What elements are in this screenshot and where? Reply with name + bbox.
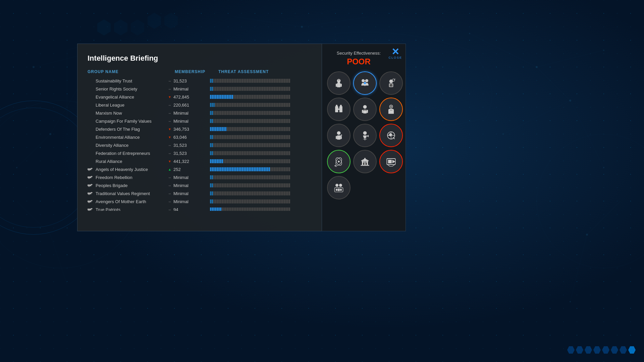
gun-icon <box>88 207 93 211</box>
group-name-cell: Campaign For Family Values <box>77 118 165 124</box>
threat-segment <box>265 95 267 99</box>
threat-segment <box>215 135 216 139</box>
threat-segment <box>252 119 253 123</box>
threat-segment <box>279 103 280 107</box>
threat-segment <box>222 87 223 91</box>
threat-segment <box>233 199 235 203</box>
threat-segment <box>270 135 272 139</box>
table-row[interactable]: Freedom Rebellion↔Minimal <box>77 173 322 181</box>
table-row[interactable]: Marxism Now↔Minimal <box>77 109 322 117</box>
threat-cell <box>208 102 312 108</box>
table-row[interactable]: Angels of Heavenly Justice▲252 <box>77 165 322 173</box>
threat-segment <box>269 199 270 203</box>
table-row[interactable]: Sustainability Trust↔31,523 <box>77 77 322 85</box>
group-name-cell: Freedom Rebellion <box>77 175 165 180</box>
threat-segment <box>242 191 243 195</box>
threat-segment <box>237 159 238 163</box>
table-row[interactable]: Defenders Of The Flag▼346,753 <box>77 125 322 133</box>
threat-segment <box>217 79 218 83</box>
security-icon-judiciary[interactable] <box>353 150 377 173</box>
threat-segment <box>213 199 215 203</box>
svg-rect-144 <box>340 189 342 191</box>
threat-segment <box>275 167 277 171</box>
security-icon-sabotage[interactable] <box>327 150 351 173</box>
table-row[interactable]: Rural Alliance▼441,322 <box>77 157 322 165</box>
table-row[interactable]: True Patriots↔94 <box>77 205 322 211</box>
svg-point-31 <box>537 134 644 268</box>
table-row[interactable]: Diversity Alliance↔31,523 <box>77 141 322 149</box>
threat-segment <box>260 167 262 171</box>
table-row[interactable]: Liberal League↔220,661 <box>77 101 322 109</box>
membership-value: Minimal <box>173 183 189 188</box>
table-row[interactable]: Senior Rights Society↔Minimal <box>77 85 322 93</box>
threat-segment <box>227 143 228 147</box>
threat-segment <box>269 175 270 179</box>
threat-segment <box>284 167 285 171</box>
membership-value: Minimal <box>173 199 189 204</box>
intelligence-icon: ID <box>359 103 371 115</box>
table-row[interactable]: Environmental Alliance▼63,046 <box>77 133 322 141</box>
security-icon-intelligence[interactable]: ID <box>353 98 377 121</box>
security-icon-infiltrate[interactable] <box>353 124 377 147</box>
threat-segment <box>222 135 223 139</box>
table-row[interactable]: Avengers Of Mother Earth↔Minimal <box>77 197 322 205</box>
security-icon-counter-ops[interactable] <box>379 124 403 147</box>
security-icon-border[interactable] <box>327 98 351 121</box>
threat-segment <box>287 79 288 83</box>
security-icon-media[interactable] <box>379 150 403 173</box>
trend-down-icon: ▼ <box>168 127 171 131</box>
threat-segment <box>280 143 282 147</box>
threat-segment <box>213 183 215 187</box>
threat-segment <box>260 111 262 115</box>
table-row[interactable]: Traditional Values Regiment↔Minimal <box>77 189 322 197</box>
threat-segment <box>217 167 218 171</box>
threat-segment <box>254 103 255 107</box>
threat-segment <box>265 207 267 211</box>
threat-segment <box>255 151 257 155</box>
threat-segment <box>264 207 265 211</box>
threat-segment <box>269 167 270 171</box>
table-row[interactable]: Campaign For Family Values↔Minimal <box>77 117 322 125</box>
police-icon <box>333 77 345 89</box>
security-icon-operations[interactable] <box>327 176 351 199</box>
security-icon-police[interactable] <box>327 71 351 95</box>
threat-segment <box>227 87 228 91</box>
svg-point-21 <box>536 66 538 68</box>
threat-segment <box>259 183 260 187</box>
threat-segment <box>220 175 221 179</box>
threat-segment <box>249 167 250 171</box>
threat-segment <box>240 95 241 99</box>
security-icon-security-person[interactable] <box>379 98 403 121</box>
table-row[interactable]: Federation of Entrepreneurs↔31,523 <box>77 149 322 157</box>
svg-marker-32 <box>97 19 111 36</box>
threat-segment <box>249 199 250 203</box>
table-row[interactable]: Evangelical Alliance▼472,845 <box>77 93 322 101</box>
membership-cell: ↔Minimal <box>165 191 208 196</box>
threat-segment <box>244 95 245 99</box>
threat-segment <box>249 127 250 131</box>
close-button[interactable]: ✕ CLOSE <box>388 47 402 59</box>
threat-segment <box>220 151 221 155</box>
threat-segment <box>213 159 215 163</box>
group-name-cell: Liberal League <box>77 102 165 108</box>
threat-segment <box>277 95 278 99</box>
svg-rect-59 <box>89 210 89 211</box>
group-name-cell: Senior Rights Society <box>77 86 165 92</box>
threat-segment <box>220 207 221 211</box>
group-name-text: Federation of Entrepreneurs <box>96 151 150 156</box>
security-icon-agent[interactable] <box>327 124 351 147</box>
no-icon <box>88 86 93 92</box>
threat-segment <box>265 143 267 147</box>
svg-rect-145 <box>338 189 339 191</box>
security-icon-surveillance[interactable]: CLK <box>379 71 403 95</box>
threat-segment <box>240 175 241 179</box>
table-row[interactable]: Peoples Brigade↔Minimal <box>77 181 322 189</box>
threat-segment <box>215 119 216 123</box>
threat-segment <box>254 143 255 147</box>
threat-segment <box>274 119 275 123</box>
security-icon-target-group[interactable] <box>353 71 377 95</box>
threat-segment <box>250 167 252 171</box>
threat-segment <box>227 111 228 115</box>
threat-segment <box>255 207 257 211</box>
threat-segment <box>260 151 262 155</box>
